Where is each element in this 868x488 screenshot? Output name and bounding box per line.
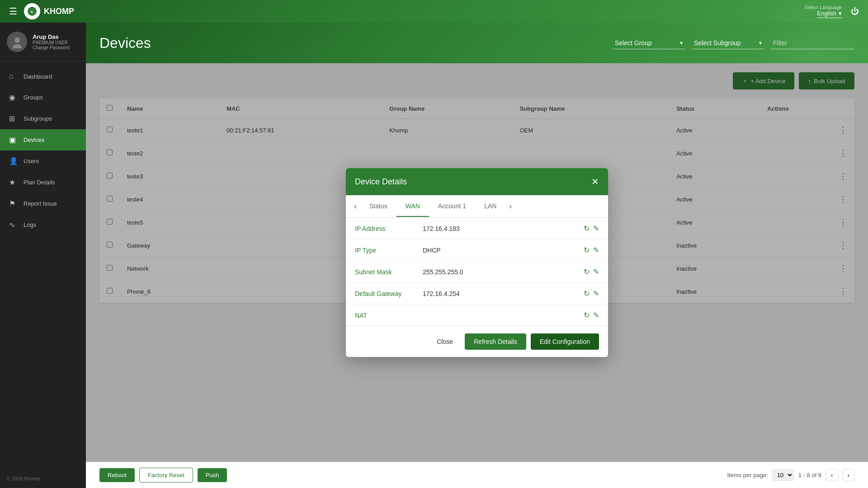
report-icon: ⚑ — [9, 199, 18, 208]
hamburger-icon[interactable]: ☰ — [9, 6, 17, 17]
modal-overlay[interactable]: Device Details ✕ ‹ Status WAN Account 1 … — [86, 63, 868, 462]
sidebar-item-label: Plan Details — [24, 179, 55, 186]
sidebar-item-label: Devices — [24, 136, 44, 143]
push-button[interactable]: Push — [198, 468, 227, 482]
lang-value: English ▾ — [817, 10, 842, 18]
svg-point-3 — [13, 44, 22, 48]
sidebar-item-label: Users — [24, 158, 39, 164]
power-icon[interactable]: ⏻ — [851, 7, 859, 16]
groups-icon: ◉ — [9, 93, 18, 102]
chevron-down-icon: ▾ — [839, 10, 842, 17]
ip-type-refresh-icon[interactable]: ↻ — [584, 246, 590, 254]
change-password-link[interactable]: Change Password — [33, 45, 70, 50]
tab-wan[interactable]: WAN — [396, 196, 429, 217]
items-per-page-label: Items per page: — [727, 472, 768, 479]
tab-lan[interactable]: LAN — [475, 196, 505, 217]
select-subgroup[interactable]: Select Subgroup — [692, 37, 764, 49]
subgroups-icon: ⊞ — [9, 114, 18, 123]
sidebar-item-logs[interactable]: ∿ Logs — [0, 214, 86, 235]
sidebar-item-label: Logs — [24, 221, 36, 228]
ip-address-edit-icon[interactable]: ✎ — [593, 224, 599, 233]
sub-header: Devices Select Group Select Subgroup — [86, 23, 868, 63]
language-selector[interactable]: Select Language English ▾ — [804, 5, 842, 18]
ip-address-label: IP Address — [355, 225, 423, 232]
wan-ip-type-row: IP Type DHCP ↻ ✎ — [346, 239, 608, 261]
tab-next-button[interactable]: › — [505, 195, 515, 217]
sidebar-item-users[interactable]: 👤 Users — [0, 150, 86, 172]
avatar — [7, 32, 27, 52]
logo-text: KHOMP — [44, 7, 74, 16]
pagination-info: 1 - 8 of 8 — [798, 472, 821, 479]
svg-text:K: K — [31, 10, 33, 14]
sidebar-footer: © 2018 Khomp. — [0, 469, 86, 488]
modal-close-button[interactable]: ✕ — [591, 176, 599, 187]
logs-icon: ∿ — [9, 221, 18, 229]
subnet-mask-refresh-icon[interactable]: ↻ — [584, 267, 590, 276]
subnet-mask-value: 255.255.255.0 — [423, 268, 579, 276]
logo-circle: K — [24, 3, 40, 19]
default-gateway-actions: ↻ ✎ — [584, 289, 599, 298]
ip-address-actions: ↻ ✎ — [584, 224, 599, 233]
filter-input[interactable] — [771, 37, 854, 49]
sidebar-item-label: Dashboard — [24, 73, 52, 80]
refresh-details-button[interactable]: Refresh Details — [465, 333, 526, 350]
default-gateway-refresh-icon[interactable]: ↻ — [584, 289, 590, 298]
sidebar-item-label: Groups — [24, 94, 43, 101]
wan-subnet-mask-row: Subnet Mask 255.255.255.0 ↻ ✎ — [346, 261, 608, 283]
tab-status[interactable]: Status — [360, 196, 396, 217]
tab-account1[interactable]: Account 1 — [429, 196, 475, 217]
ip-address-refresh-icon[interactable]: ↻ — [584, 224, 590, 233]
logo: K KHOMP — [24, 3, 74, 19]
lang-label: Select Language — [804, 5, 842, 10]
items-per-page-select[interactable]: 10 25 50 — [773, 469, 794, 481]
subnet-mask-edit-icon[interactable]: ✎ — [593, 267, 599, 276]
sidebar-item-devices[interactable]: ▣ Devices — [0, 129, 86, 150]
nat-label: NAT — [355, 312, 423, 319]
sidebar: Arup Das PREMIUM USER Change Password ⌂ … — [0, 23, 86, 488]
subnet-mask-label: Subnet Mask — [355, 268, 423, 276]
modal-footer: Close Refresh Details Edit Configuration — [346, 326, 608, 357]
subnet-mask-actions: ↻ ✎ — [584, 267, 599, 276]
pagination-prev-button[interactable]: ‹ — [826, 469, 838, 481]
sidebar-item-groups[interactable]: ◉ Groups — [0, 87, 86, 108]
default-gateway-edit-icon[interactable]: ✎ — [593, 289, 599, 298]
nav: ⌂ Dashboard ◉ Groups ⊞ Subgroups ▣ Devic… — [0, 61, 86, 469]
nat-edit-icon[interactable]: ✎ — [593, 311, 599, 319]
wan-default-gateway-row: Default Gateway 172.16.4.254 ↻ ✎ — [346, 283, 608, 305]
nat-refresh-icon[interactable]: ↻ — [584, 311, 590, 319]
sidebar-item-dashboard[interactable]: ⌂ Dashboard — [0, 66, 86, 87]
sidebar-item-subgroups[interactable]: ⊞ Subgroups — [0, 108, 86, 129]
nat-actions: ↻ ✎ — [584, 311, 599, 319]
svg-point-2 — [14, 38, 20, 43]
ip-address-value: 172.16.4.183 — [423, 225, 579, 232]
devices-icon: ▣ — [9, 136, 18, 144]
modal-body: IP Address 172.16.4.183 ↻ ✎ IP Type DHCP — [346, 218, 608, 326]
tab-prev-button[interactable]: ‹ — [350, 195, 360, 217]
topbar-right: Select Language English ▾ ⏻ — [804, 5, 859, 18]
ip-type-value: DHCP — [423, 247, 579, 254]
content-area: ＋ + Add Device ↑ Bulk Upload — [86, 63, 868, 462]
reboot-button[interactable]: Reboot — [99, 468, 135, 482]
sidebar-item-label: Subgroups — [24, 115, 52, 122]
select-group[interactable]: Select Group — [613, 37, 685, 49]
default-gateway-label: Default Gateway — [355, 290, 423, 297]
user-info: Arup Das PREMIUM USER Change Password — [33, 33, 70, 50]
user-section: Arup Das PREMIUM USER Change Password — [0, 23, 86, 61]
modal-title: Device Details — [355, 177, 407, 187]
edit-configuration-button[interactable]: Edit Configuration — [531, 333, 599, 350]
modal-header: Device Details ✕ — [346, 168, 608, 195]
sidebar-item-report-issue[interactable]: ⚑ Report Issue — [0, 193, 86, 214]
layout: Arup Das PREMIUM USER Change Password ⌂ … — [0, 23, 868, 488]
user-role: PREMIUM USER — [33, 40, 70, 45]
users-icon: 👤 — [9, 157, 18, 165]
close-modal-button[interactable]: Close — [429, 333, 460, 350]
header-controls: Select Group Select Subgroup — [613, 37, 854, 49]
dashboard-icon: ⌂ — [9, 72, 18, 80]
sidebar-item-plan-details[interactable]: ★ Plan Details — [0, 172, 86, 193]
factory-reset-button[interactable]: Factory Reset — [139, 468, 193, 483]
ip-type-edit-icon[interactable]: ✎ — [593, 246, 599, 254]
pagination-next-button[interactable]: › — [843, 469, 854, 481]
select-group-wrapper: Select Group — [613, 37, 685, 49]
plan-icon: ★ — [9, 178, 18, 187]
page-title: Devices — [99, 35, 151, 52]
